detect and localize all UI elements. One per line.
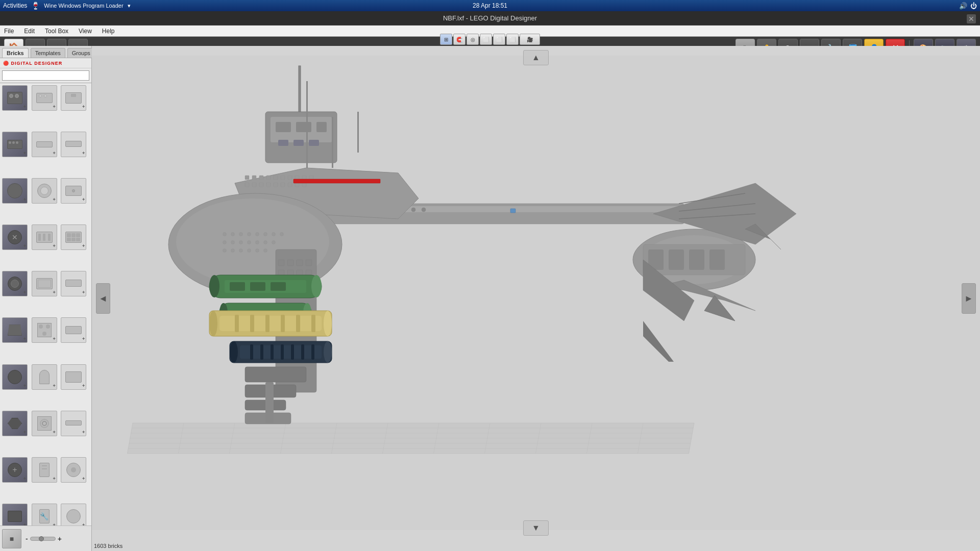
- grid-toggle-btn[interactable]: ⊞: [440, 34, 452, 45]
- view2-btn[interactable]: ⬜: [493, 34, 505, 45]
- brick-plus-15-icon: +: [82, 290, 85, 295]
- brick-item[interactable]: +: [61, 271, 86, 296]
- svg-point-89: [231, 249, 235, 253]
- brick-item[interactable]: + +: [2, 457, 28, 483]
- snap-btn[interactable]: 🧲: [453, 34, 465, 45]
- brick-count-label: 1603 bricks: [94, 543, 122, 549]
- svg-rect-144: [332, 117, 333, 168]
- camera-pos-btn[interactable]: 🎥: [520, 34, 540, 45]
- brick-item[interactable]: +: [61, 317, 86, 343]
- scroll-up-btn[interactable]: ▲: [523, 50, 549, 65]
- svg-rect-96: [287, 260, 293, 266]
- brick-item[interactable]: +: [32, 317, 57, 343]
- brick-plus-4-icon: +: [23, 151, 26, 156]
- menu-file[interactable]: File: [2, 27, 16, 36]
- menu-toolbox[interactable]: Tool Box: [43, 27, 70, 36]
- svg-rect-66: [299, 66, 301, 112]
- brick-item[interactable]: +: [61, 224, 86, 250]
- brick-item[interactable]: +: [32, 411, 57, 436]
- brick-item[interactable]: +: [2, 85, 28, 111]
- svg-rect-23: [669, 249, 684, 270]
- svg-point-85: [256, 241, 259, 244]
- volume-icon[interactable]: 🔊: [959, 2, 967, 10]
- svg-point-87: [272, 241, 276, 244]
- svg-rect-97: [297, 260, 303, 266]
- zoom-plus-icon[interactable]: +: [58, 535, 62, 543]
- svg-rect-44: [266, 176, 271, 180]
- svg-rect-53: [259, 183, 263, 187]
- brick-plus-25-icon: +: [23, 476, 26, 481]
- svg-rect-64: [296, 122, 311, 132]
- bricks-tab-label: Bricks: [7, 50, 24, 56]
- brick-item[interactable]: +: [61, 457, 86, 483]
- grid-icon: ⊞: [444, 37, 448, 42]
- panel-bottom: ■ - +: [0, 525, 91, 551]
- search-bar: [0, 68, 91, 83]
- svg-rect-143: [306, 107, 308, 168]
- activities-label[interactable]: Activities: [3, 2, 27, 9]
- connect-btn[interactable]: ◎: [467, 34, 479, 45]
- svg-rect-47: [288, 176, 292, 180]
- svg-rect-55: [274, 183, 278, 187]
- brick-item[interactable]: +: [61, 85, 86, 111]
- svg-rect-122: [250, 315, 254, 332]
- svg-rect-132: [260, 344, 263, 360]
- svg-point-79: [272, 233, 276, 236]
- brick-item[interactable]: +: [2, 178, 28, 204]
- tab-bricks[interactable]: Bricks: [2, 48, 29, 58]
- brick-item[interactable]: +: [2, 132, 28, 157]
- brick-item[interactable]: +: [32, 85, 57, 111]
- os-clock: 28 Apr 18:51: [473, 2, 507, 9]
- nav-left-btn[interactable]: ◄: [96, 283, 110, 314]
- brick-plus-6-icon: +: [82, 151, 85, 156]
- zoom-minus-icon[interactable]: -: [26, 535, 28, 543]
- svg-rect-52: [252, 183, 256, 187]
- brick-item[interactable]: +: [2, 271, 28, 296]
- brick-plus-13-icon: +: [23, 290, 26, 295]
- tab-templates[interactable]: Templates: [31, 48, 65, 58]
- brick-item[interactable]: +: [61, 178, 86, 204]
- brick-item[interactable]: +: [61, 132, 86, 157]
- wine-dropdown[interactable]: ▾: [128, 3, 131, 9]
- power-icon[interactable]: ⏻: [970, 2, 977, 10]
- svg-point-76: [248, 233, 251, 236]
- menu-view[interactable]: View: [77, 27, 94, 36]
- app-close-btn[interactable]: ✕: [967, 14, 976, 23]
- svg-rect-111: [230, 282, 245, 291]
- brick-item[interactable]: +: [32, 178, 57, 204]
- brick-item[interactable]: +: [2, 317, 28, 343]
- zoom-slider[interactable]: [30, 537, 56, 541]
- svg-point-88: [223, 249, 227, 253]
- nav-right-btn[interactable]: ►: [962, 283, 976, 314]
- menu-edit[interactable]: Edit: [22, 27, 37, 36]
- brick-item[interactable]: +: [32, 271, 57, 296]
- panel-bottom-tab[interactable]: ■: [2, 529, 21, 548]
- brick-item[interactable]: +: [32, 364, 57, 390]
- snap-icon: 🧲: [456, 37, 462, 42]
- nav-right-icon: ►: [964, 293, 973, 304]
- brick-item[interactable]: +: [32, 132, 57, 157]
- scroll-down-btn[interactable]: ▼: [523, 520, 549, 536]
- wine-label[interactable]: Wine Windows Program Loader: [44, 3, 123, 9]
- brick-plus-11-icon: +: [53, 243, 55, 248]
- svg-point-74: [231, 233, 235, 236]
- menu-help[interactable]: Help: [100, 27, 117, 36]
- brick-item[interactable]: +: [2, 364, 28, 390]
- brick-item[interactable]: +: [2, 411, 28, 436]
- brick-item[interactable]: +: [32, 224, 57, 250]
- view3-icon: ⬜: [509, 37, 516, 42]
- svg-rect-54: [266, 183, 271, 187]
- brick-item[interactable]: +: [32, 457, 57, 483]
- brick-item[interactable]: ✕ +: [2, 224, 28, 250]
- view3-btn[interactable]: ⬜: [506, 34, 519, 45]
- view1-icon: ⬜: [483, 37, 489, 42]
- svg-rect-41: [245, 176, 249, 180]
- brick-item[interactable]: +: [61, 411, 86, 436]
- tab-groups[interactable]: Groups: [67, 48, 95, 58]
- brand-text: 🔴 DIGITAL DESIGNER: [3, 61, 62, 66]
- view1-btn[interactable]: ⬜: [480, 34, 492, 45]
- search-input[interactable]: [2, 70, 89, 81]
- view2-icon: ⬜: [496, 37, 502, 42]
- svg-point-78: [264, 233, 267, 236]
- brick-item[interactable]: +: [61, 364, 86, 390]
